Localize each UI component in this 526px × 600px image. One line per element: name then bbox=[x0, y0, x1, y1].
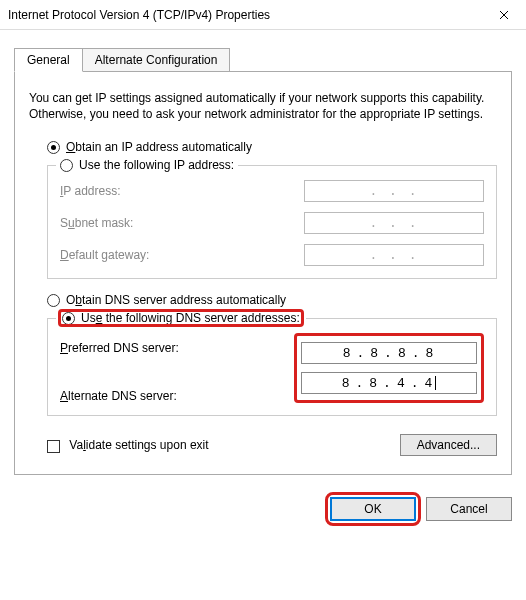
label-ip-address: IP address: bbox=[60, 184, 304, 198]
input-preferred-dns[interactable]: 8.8.8.8 bbox=[301, 342, 477, 364]
radio-dns-manual-label: Use the following DNS server addresses: bbox=[81, 311, 300, 325]
radio-icon bbox=[47, 141, 60, 154]
radio-dns-auto-label: Obtain DNS server address automatically bbox=[66, 293, 286, 307]
input-subnet-mask: . . . bbox=[304, 212, 484, 234]
advanced-button[interactable]: Advanced... bbox=[400, 434, 497, 456]
ok-highlight: OK bbox=[330, 497, 416, 521]
text-caret bbox=[435, 376, 436, 390]
titlebar: Internet Protocol Version 4 (TCP/IPv4) P… bbox=[0, 0, 526, 30]
radio-icon bbox=[60, 159, 73, 172]
checkbox-validate-label: Validate settings upon exit bbox=[69, 438, 208, 452]
tab-alternate[interactable]: Alternate Configuration bbox=[82, 48, 231, 72]
close-icon bbox=[499, 10, 509, 20]
intro-text: You can get IP settings assigned automat… bbox=[29, 90, 497, 122]
radio-ip-manual[interactable]: Use the following IP address: bbox=[60, 158, 234, 172]
tab-strip: General Alternate Configuration bbox=[14, 48, 512, 72]
radio-icon bbox=[62, 312, 75, 325]
ok-button[interactable]: OK bbox=[330, 497, 416, 521]
input-ip-address: . . . bbox=[304, 180, 484, 202]
radio-ip-auto[interactable]: Obtain an IP address automatically bbox=[47, 140, 497, 154]
checkbox-icon bbox=[47, 440, 60, 453]
dns-group: Use the following DNS server addresses: … bbox=[47, 311, 497, 416]
input-alternate-dns[interactable]: 8.8.4.4 bbox=[301, 372, 477, 394]
window-title: Internet Protocol Version 4 (TCP/IPv4) P… bbox=[8, 8, 270, 22]
radio-dns-auto[interactable]: Obtain DNS server address automatically bbox=[47, 293, 497, 307]
dns-fields-highlight: 8.8.8.8 8.8.4.4 bbox=[294, 333, 484, 403]
dialog-button-row: OK Cancel bbox=[0, 485, 526, 535]
cancel-button[interactable]: Cancel bbox=[426, 497, 512, 521]
label-default-gateway: Default gateway: bbox=[60, 248, 304, 262]
radio-icon bbox=[47, 294, 60, 307]
label-alternate-dns: Alternate DNS server: bbox=[60, 389, 294, 403]
ip-group: Use the following IP address: IP address… bbox=[47, 158, 497, 279]
label-subnet-mask: Subnet mask: bbox=[60, 216, 304, 230]
tab-general[interactable]: General bbox=[14, 48, 83, 72]
input-default-gateway: . . . bbox=[304, 244, 484, 266]
label-preferred-dns: Preferred DNS server: bbox=[60, 341, 294, 355]
checkbox-validate-on-exit[interactable]: Validate settings upon exit bbox=[47, 438, 209, 452]
close-button[interactable] bbox=[481, 0, 526, 30]
radio-dns-manual[interactable]: Use the following DNS server addresses: bbox=[60, 311, 302, 325]
tab-panel-general: You can get IP settings assigned automat… bbox=[14, 71, 512, 475]
radio-ip-auto-label: Obtain an IP address automatically bbox=[66, 140, 252, 154]
radio-ip-manual-label: Use the following IP address: bbox=[79, 158, 234, 172]
